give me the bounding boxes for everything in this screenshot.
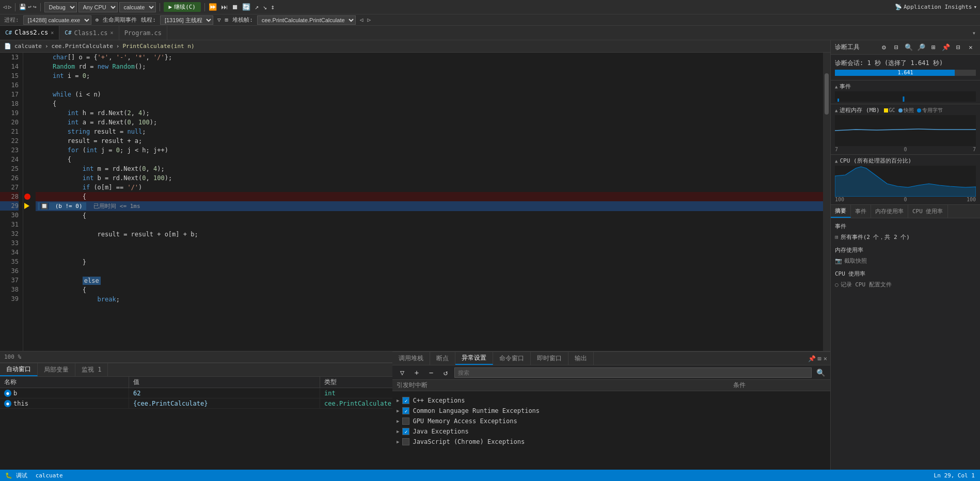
cpu-profile-link[interactable]: ○ 记录 CPU 配置文件 (835, 280, 976, 290)
tab-locals[interactable]: 局部变量 (38, 363, 75, 376)
checkbox-gpu[interactable] (402, 418, 409, 425)
tab-class1[interactable]: C# Class1.cs × (59, 26, 119, 40)
back-icon[interactable]: ◁ (3, 4, 7, 10)
filter-icon[interactable]: ▽ (217, 17, 221, 23)
thread-select[interactable]: [13196] 主线程 (160, 15, 213, 25)
line-gutter (23, 53, 34, 351)
app-insights-label: Application Insights (904, 4, 972, 10)
diag-filter-btn[interactable]: ⊟ (891, 42, 902, 53)
project-dropdown[interactable]: calcuate (119, 2, 156, 12)
tab-immediate[interactable]: 即时窗口 (531, 352, 568, 365)
exception-restore-btn[interactable]: ↺ (440, 367, 451, 378)
diag-tab-cpu[interactable]: CPU 使用率 (908, 205, 948, 218)
exception-filter-btn[interactable]: ▽ (397, 367, 408, 378)
breadcrumb-method1[interactable]: cee.PrintCalculate (52, 43, 113, 50)
exception-item-gpu[interactable]: ▶ GPU Memory Access Exceptions (397, 416, 826, 426)
tab-exception-settings[interactable]: 异常设置 (455, 352, 493, 365)
expand-cpp[interactable]: ▶ (397, 398, 399, 403)
debug-dropdown[interactable]: Debug (44, 2, 77, 12)
app-insights-dropdown-icon[interactable]: ▾ (973, 4, 977, 10)
cpu-max-label: 100 (835, 197, 844, 202)
breadcrumb-method2[interactable]: PrintCalculate(int n) (122, 43, 194, 50)
exception-search-input[interactable] (454, 367, 812, 378)
diag-close-btn[interactable]: × (966, 42, 976, 53)
exception-pin-icon[interactable]: 📌 (808, 355, 816, 362)
exception-toolbar: ▽ + − ↺ 🔍 (392, 365, 830, 380)
exception-search-btn[interactable]: 🔍 (815, 367, 826, 378)
expand-js[interactable]: ▶ (397, 439, 399, 444)
snapshot-link[interactable]: 📷 截取快照 (835, 256, 976, 266)
tab-class2-close[interactable]: × (51, 30, 54, 36)
tab-class2[interactable]: C# Class2.cs × (0, 26, 59, 40)
exception-item-js[interactable]: ▶ JavaScript (Chrome) Exceptions (397, 437, 826, 447)
fast-label: 快照 (904, 107, 914, 114)
expand-java[interactable]: ▶ (397, 429, 399, 434)
diag-float-btn[interactable]: ⊟ (953, 42, 963, 53)
breadcrumb-file: 📄 (4, 43, 11, 50)
lifecycle-icon[interactable]: ⊕ (96, 17, 99, 23)
checkbox-java[interactable]: ✓ (402, 428, 409, 435)
tab-command-window[interactable]: 命令窗口 (493, 352, 531, 365)
app-insights-section[interactable]: 📡 Application Insights ▾ (895, 4, 977, 10)
zoom-label[interactable]: 100 % (4, 354, 21, 360)
diag-zoom-in-btn[interactable]: 🔍 (904, 42, 914, 53)
tab-watch1[interactable]: 监视 1 (75, 363, 108, 376)
tab-command-label: 命令窗口 (499, 354, 524, 363)
memory-label: 进程内存 (MB) (840, 106, 879, 114)
expand-gpu[interactable]: ▶ (397, 419, 399, 424)
debug-tools[interactable]: ⏩ ⏭ ⏹ 🔄 ↗ ↘ ↕ (209, 3, 275, 11)
tab-callstack[interactable]: 调用堆栈 (392, 352, 430, 365)
forward-icon[interactable]: ▷ (8, 4, 12, 10)
continue-button[interactable]: ▶ 继续(C) (164, 2, 201, 12)
tab-dropdown[interactable]: ▾ (968, 26, 980, 40)
exception-float-icon[interactable]: ⊞ (818, 355, 821, 362)
checkbox-js[interactable] (402, 438, 409, 445)
stack-select[interactable]: cee.PrintCalculate.PrintCalculate (257, 15, 356, 25)
tab-output[interactable]: 输出 (568, 352, 594, 365)
exception-header-row: 引发时中断 条件 (392, 380, 830, 391)
breadcrumb-file-name[interactable]: calcuate (14, 43, 42, 50)
diag-tab-summary[interactable]: 摘要 (831, 205, 851, 218)
cpu-min-label: 0 (904, 197, 907, 202)
exception-item-cpp[interactable]: ▶ ✓ C++ Exceptions (397, 395, 826, 406)
undo-icon[interactable]: ↩ (28, 4, 31, 10)
diag-settings-btn[interactable]: ⚙ (879, 42, 889, 53)
code-line-33 (36, 239, 823, 248)
exception-item-java[interactable]: ▶ ✓ Java Exceptions (397, 426, 826, 437)
filter2-icon[interactable]: ⊞ (225, 17, 229, 23)
diag-pin-btn[interactable]: 📌 (941, 42, 951, 53)
save-icon[interactable]: 💾 (19, 4, 26, 10)
tab-class1-close[interactable]: × (110, 30, 114, 36)
exception-remove-btn[interactable]: − (425, 367, 437, 378)
diag-tab-events[interactable]: 事件 (851, 205, 871, 218)
checkbox-clr[interactable]: ✓ (402, 407, 409, 414)
exception-close-icon[interactable]: × (824, 355, 827, 362)
scroll-thumb[interactable] (825, 73, 829, 115)
editor-scrollbar[interactable] (823, 53, 830, 351)
code-line-19: int h = rd.Next(2, 4); (36, 108, 823, 118)
code-line-18: { (36, 99, 823, 108)
tab-output-label: 输出 (575, 354, 587, 363)
auto-cell-name: ● this (0, 398, 129, 408)
code-line-24: { (36, 155, 823, 164)
exception-item-clr[interactable]: ▶ ✓ Common Language Runtime Exceptions (397, 406, 826, 416)
checkbox-cpp[interactable]: ✓ (402, 397, 409, 404)
stack-nav1[interactable]: ◁ (360, 17, 363, 23)
exception-label-gpu: GPU Memory Access Exceptions (413, 418, 517, 425)
all-events-link[interactable]: ⊞ 所有事件(2 个，共 2 个) (835, 232, 976, 242)
process-select[interactable]: [14288] calcuate.exe (23, 15, 91, 25)
code-content[interactable]: char[] o = {'+', '-', '*', '/'}; Random … (34, 53, 823, 351)
tab-breakpoints-label: 断点 (436, 354, 449, 363)
code-line-17: while (i < n) (36, 90, 823, 99)
exception-add-btn[interactable]: + (411, 367, 422, 378)
tab-auto-window[interactable]: 自动窗口 (0, 363, 38, 376)
tab-breakpoints[interactable]: 断点 (430, 352, 455, 365)
diag-tab-memory[interactable]: 内存使用率 (871, 205, 908, 218)
expand-clr[interactable]: ▶ (397, 408, 399, 413)
diag-more-btn[interactable]: ⊞ (928, 42, 939, 53)
tab-program[interactable]: Program.cs (119, 26, 167, 40)
diag-zoom-out-btn[interactable]: 🔎 (916, 42, 926, 53)
redo-icon[interactable]: ↪ (33, 4, 37, 10)
cpu-dropdown[interactable]: Any CPU (78, 2, 118, 12)
stack-nav2[interactable]: ▷ (367, 17, 371, 23)
